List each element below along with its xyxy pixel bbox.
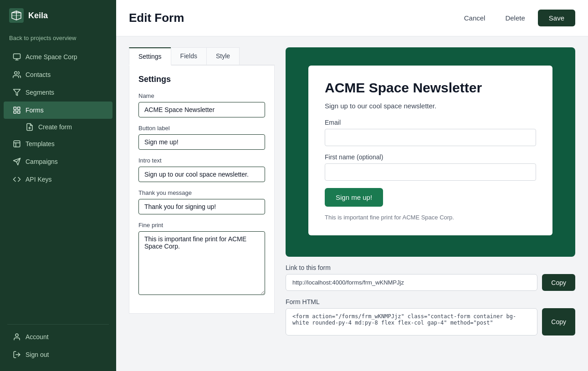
logo-text: Keila [28, 11, 48, 20]
sidebar-item-label: Contacts [26, 71, 51, 78]
button-label-group: Button label [138, 125, 265, 150]
svg-rect-5 [18, 107, 20, 109]
svg-rect-10 [14, 141, 20, 147]
link-row: Copy [286, 274, 575, 291]
copy-link-button[interactable]: Copy [542, 274, 575, 291]
preview-first-name-label: First name (optional) [325, 153, 536, 161]
html-textarea[interactable]: <form action="/forms/frm_wKNMPJjz" class… [286, 308, 537, 335]
sidebar: Keila Back to projects overview Acme Spa… [0, 0, 116, 371]
page-title: Edit Form [129, 11, 184, 25]
sidebar-item-label: Acme Space Corp [26, 53, 77, 61]
svg-rect-1 [14, 54, 20, 59]
intro-group: Intro text [138, 157, 265, 182]
svg-rect-7 [18, 111, 20, 113]
form-tabs: Settings Fields Style [129, 47, 275, 66]
copy-html-button[interactable]: Copy [542, 308, 575, 335]
code-icon [13, 175, 21, 183]
intro-label: Intro text [138, 157, 265, 164]
users-icon [13, 71, 21, 79]
preview-title: ACME Space Newsletter [325, 80, 536, 96]
name-input[interactable] [138, 102, 265, 117]
sidebar-item-campaigns[interactable]: Campaigns [4, 153, 112, 170]
settings-title: Settings [138, 75, 265, 84]
sidebar-item-acme[interactable]: Acme Space Corp [4, 48, 112, 66]
svg-point-2 [15, 71, 17, 74]
cancel-button[interactable]: Cancel [457, 10, 493, 25]
svg-rect-4 [14, 107, 16, 109]
monitor-icon [13, 53, 21, 61]
thank-you-group: Thank you message [138, 189, 265, 214]
settings-panel: Settings Name Button label Intro text Th… [129, 66, 275, 314]
html-label: Form HTML [286, 298, 575, 305]
sidebar-divider [7, 324, 109, 325]
logo-area[interactable]: Keila [0, 0, 116, 31]
button-label-label: Button label [138, 125, 265, 132]
sidebar-item-label: Account [26, 333, 49, 341]
header-actions: Cancel Delete Save [457, 10, 575, 26]
page-header: Edit Form Cancel Delete Save [116, 0, 588, 36]
sidebar-item-label: Forms [26, 107, 44, 114]
save-button[interactable]: Save [538, 10, 575, 26]
thank-you-label: Thank you message [138, 189, 265, 196]
link-section: Link to this form Copy [286, 264, 575, 291]
tab-fields[interactable]: Fields [171, 47, 207, 65]
preview-submit-button[interactable]: Sign me up! [325, 188, 383, 207]
user-icon [13, 333, 21, 341]
svg-rect-6 [14, 111, 16, 113]
fine-print-group: Fine print This is important fine print … [138, 222, 265, 297]
svg-point-13 [15, 334, 18, 336]
preview-email-label: Email [325, 119, 536, 126]
preview-email-input[interactable] [325, 129, 536, 146]
link-input[interactable] [286, 274, 537, 291]
sidebar-item-label: Templates [26, 140, 55, 147]
content-area: Settings Fields Style Settings Name Butt… [116, 36, 588, 371]
sidebar-item-api-keys[interactable]: API Keys [4, 171, 112, 188]
sidebar-item-account[interactable]: Account [4, 328, 112, 346]
preview-fine-print: This is important fine print for ACME Sp… [325, 214, 536, 221]
sidebar-item-segments[interactable]: Segments [4, 84, 112, 101]
intro-input[interactable] [138, 167, 265, 182]
fine-print-label: Fine print [138, 222, 265, 229]
link-label: Link to this form [286, 264, 575, 271]
logo-icon [9, 8, 24, 23]
sidebar-item-label: Sign out [26, 351, 49, 358]
preview-description: Sign up to our cool space newsletter. [325, 102, 536, 110]
right-panel: ACME Space Newsletter Sign up to our coo… [286, 47, 575, 335]
sidebar-item-sign-out[interactable]: Sign out [4, 346, 112, 363]
filter-icon [13, 88, 21, 97]
html-section: Form HTML <form action="/forms/frm_wKNMP… [286, 298, 575, 335]
name-group: Name [138, 92, 265, 117]
sidebar-item-contacts[interactable]: Contacts [4, 66, 112, 83]
form-preview-card: ACME Space Newsletter Sign up to our coo… [308, 66, 552, 235]
file-plus-icon [26, 123, 34, 131]
sidebar-item-create-form[interactable]: Create form [4, 119, 112, 135]
sidebar-bottom: Account Sign out [0, 320, 116, 371]
preview-first-name-input[interactable] [325, 163, 536, 181]
tab-settings[interactable]: Settings [129, 47, 171, 66]
html-row: <form action="/forms/frm_wKNMPJjz" class… [286, 308, 575, 335]
thank-you-input[interactable] [138, 199, 265, 214]
name-label: Name [138, 92, 265, 99]
svg-marker-3 [14, 89, 20, 96]
sidebar-item-label: API Keys [26, 176, 52, 183]
grid-icon [13, 106, 21, 114]
sidebar-item-templates[interactable]: Templates [4, 135, 112, 152]
nav-section: Acme Space Corp Contacts Segments Forms … [0, 48, 116, 320]
sidebar-item-forms[interactable]: Forms [4, 102, 112, 119]
send-icon [13, 158, 21, 166]
form-preview-container: ACME Space Newsletter Sign up to our coo… [286, 47, 575, 257]
layout-icon [13, 140, 21, 148]
fine-print-textarea[interactable]: This is important fine print for ACME Sp… [138, 231, 265, 295]
log-out-icon [13, 351, 21, 359]
main-content: Edit Form Cancel Delete Save Settings Fi… [116, 0, 588, 371]
sidebar-item-label: Segments [26, 89, 54, 96]
back-to-projects-link[interactable]: Back to projects overview [0, 31, 116, 48]
sidebar-item-label: Campaigns [26, 158, 58, 165]
tab-style[interactable]: Style [206, 47, 240, 65]
left-panel: Settings Fields Style Settings Name Butt… [129, 47, 275, 314]
button-label-input[interactable] [138, 134, 265, 150]
delete-button[interactable]: Delete [498, 10, 532, 25]
sidebar-item-label: Create form [38, 123, 72, 131]
